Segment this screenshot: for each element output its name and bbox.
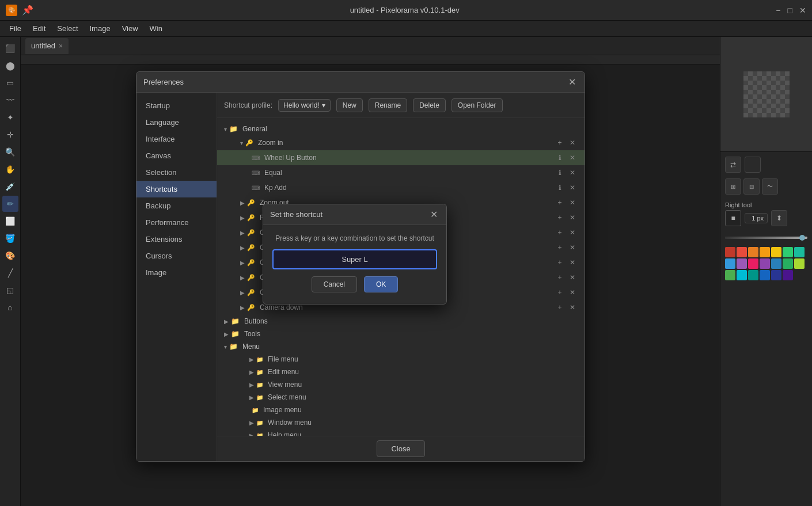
tree-item-view-menu[interactable]: ▶ 📁 View menu <box>217 378 585 391</box>
color-swatch[interactable] <box>748 247 758 257</box>
tool-magic-wand[interactable]: ✦ <box>2 109 18 125</box>
nav-canvas[interactable]: Canvas <box>136 147 217 164</box>
tool-color-picker[interactable]: 💉 <box>2 178 18 195</box>
tab-close-button[interactable]: × <box>59 42 63 50</box>
zoom-in-remove-button[interactable]: ✕ <box>567 138 578 148</box>
nav-cursors[interactable]: Cursors <box>136 248 217 264</box>
color-swatch[interactable] <box>783 270 793 280</box>
sd-ok-button[interactable]: OK <box>364 276 398 292</box>
delete-profile-button[interactable]: Delete <box>413 98 446 112</box>
maximize-button[interactable]: □ <box>788 6 792 15</box>
toggle-snap-button[interactable]: ⊟ <box>743 178 760 195</box>
tool-line[interactable]: ╱ <box>2 265 18 281</box>
tree-group-menu[interactable]: ▾ 📁 Menu <box>217 340 585 353</box>
toggle-grid-button[interactable]: ⊞ <box>725 178 741 195</box>
nav-extensions[interactable]: Extensions <box>136 231 217 248</box>
color-swatch[interactable] <box>748 270 758 280</box>
camera-left-add-button[interactable]: + <box>555 257 565 268</box>
camera-down-add-button[interactable]: + <box>555 302 565 313</box>
profile-select-dropdown[interactable]: Hello world! ▾ <box>278 99 331 112</box>
canvas-tab[interactable]: untitled × <box>25 38 69 54</box>
confirm-remove-button[interactable]: ✕ <box>567 227 578 238</box>
nav-startup[interactable]: Startup <box>136 97 217 114</box>
color-swatch[interactable] <box>737 270 747 280</box>
tree-group-general[interactable]: ▾ 📁 General <box>217 123 585 135</box>
pan-add-button[interactable]: + <box>555 212 565 223</box>
sd-key-field[interactable]: Super L <box>272 249 437 269</box>
tool-zoom[interactable]: 🔍 <box>2 144 18 160</box>
tree-item-kp-add[interactable]: ⌨ Kp Add ℹ ✕ <box>217 180 585 195</box>
pan-remove-button[interactable]: ✕ <box>567 212 578 223</box>
toggle-onion-button[interactable]: 〜 <box>762 178 778 195</box>
tool-rect[interactable]: ▭ <box>2 75 18 91</box>
kp-add-info-button[interactable]: ℹ <box>555 182 565 193</box>
color-swatch[interactable] <box>783 247 793 257</box>
camera-left-remove-button[interactable]: ✕ <box>567 257 578 268</box>
close-button[interactable]: ✕ <box>799 6 806 15</box>
nav-language[interactable]: Language <box>136 114 217 131</box>
zoom-in-add-button[interactable]: + <box>555 138 565 148</box>
tool-knife[interactable]: ⌂ <box>2 299 18 315</box>
camera-up-add-button[interactable]: + <box>555 287 565 298</box>
tool-select-rect[interactable]: ⬛ <box>2 40 18 56</box>
prefs-close-button[interactable]: Close <box>377 440 424 457</box>
color-swatch[interactable] <box>771 247 781 257</box>
camera-right-remove-button[interactable]: ✕ <box>567 272 578 283</box>
nav-interface[interactable]: Interface <box>136 131 217 147</box>
color-swatch[interactable] <box>725 247 735 257</box>
tree-item-file-menu[interactable]: ▶ 📁 File menu <box>217 353 585 366</box>
menu-select[interactable]: Select <box>52 22 82 35</box>
zoom-out-remove-button[interactable]: ✕ <box>567 197 578 208</box>
wheel-up-info-button[interactable]: ℹ <box>555 153 565 163</box>
equal-info-button[interactable]: ℹ <box>555 168 565 178</box>
color-swatch[interactable] <box>783 258 793 269</box>
color-swatch[interactable] <box>737 247 747 257</box>
zoom-out-add-button[interactable]: + <box>555 197 565 208</box>
color-swatch[interactable] <box>725 258 735 269</box>
color-swatch[interactable] <box>725 270 735 280</box>
camera-up-remove-button[interactable]: ✕ <box>567 287 578 298</box>
tool-move[interactable]: ✛ <box>2 127 18 143</box>
sd-cancel-button[interactable]: Cancel <box>312 276 357 292</box>
nav-selection[interactable]: Selection <box>136 164 217 181</box>
secondary-color-btn[interactable] <box>745 157 761 173</box>
color-swatch[interactable] <box>771 258 781 269</box>
color-swatch[interactable] <box>748 258 758 269</box>
open-folder-button[interactable]: Open Folder <box>451 98 503 112</box>
menu-window[interactable]: Win <box>145 22 167 35</box>
pin-icon[interactable]: 📌 <box>22 5 33 16</box>
camera-down-remove-button[interactable]: ✕ <box>567 302 578 313</box>
prefs-close-icon[interactable]: ✕ <box>566 77 578 88</box>
tool-fill[interactable]: 🪣 <box>2 230 18 246</box>
new-profile-button[interactable]: New <box>336 98 363 112</box>
right-tool-size-stepper[interactable]: ⬍ <box>771 210 787 226</box>
rename-profile-button[interactable]: Rename <box>369 98 407 112</box>
nav-performance[interactable]: Performance <box>136 214 217 231</box>
opacity-slider-handle[interactable] <box>799 235 805 241</box>
color-swatch[interactable] <box>771 270 781 280</box>
tool-select-ellipse[interactable]: ⬤ <box>2 58 18 74</box>
tree-item-edit-menu[interactable]: ▶ 📁 Edit menu <box>217 366 585 378</box>
color-swatch[interactable] <box>760 270 770 280</box>
cancel-remove-button[interactable]: ✕ <box>567 242 578 253</box>
color-swatch[interactable] <box>794 258 805 269</box>
tree-item-zoom-in[interactable]: ▾ 🔑 Zoom in + ✕ <box>217 135 585 150</box>
menu-edit[interactable]: Edit <box>28 22 50 35</box>
equal-remove-button[interactable]: ✕ <box>567 168 578 178</box>
color-swatch[interactable] <box>760 247 770 257</box>
minimize-button[interactable]: − <box>776 6 780 15</box>
confirm-add-button[interactable]: + <box>555 227 565 238</box>
color-swatch[interactable] <box>737 258 747 269</box>
color-swatch[interactable] <box>760 258 770 269</box>
nav-backup[interactable]: Backup <box>136 197 217 214</box>
camera-right-add-button[interactable]: + <box>555 272 565 283</box>
menu-image[interactable]: Image <box>85 22 115 35</box>
tool-pan[interactable]: ✋ <box>2 161 18 177</box>
tree-group-tools[interactable]: ▶ 📁 Tools <box>217 328 585 340</box>
menu-file[interactable]: File <box>5 22 26 35</box>
nav-image[interactable]: Image <box>136 264 217 281</box>
tree-item-equal[interactable]: ⌨ Equal ℹ ✕ <box>217 165 585 180</box>
sd-close-icon[interactable]: ✕ <box>428 209 439 220</box>
tree-item-image-menu[interactable]: 📁 Image menu <box>217 404 585 416</box>
tree-item-help-menu[interactable]: ▶ 📁 Help menu <box>217 429 585 436</box>
